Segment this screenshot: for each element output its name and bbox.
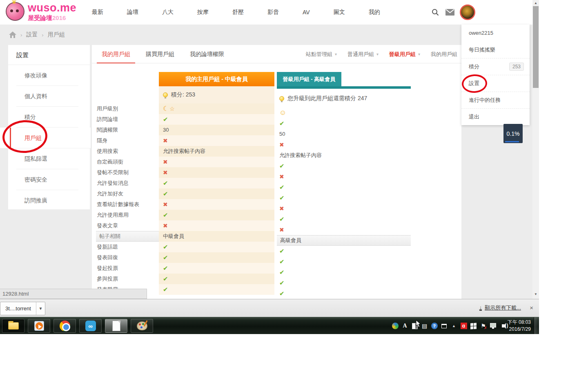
nav-item-圖文[interactable]: 圖文 [322,9,357,16]
download-item-caret-icon[interactable]: ▼ [36,302,45,315]
taskbar-app-media-player[interactable] [28,319,50,333]
permission-label: 發新話題 [96,242,159,252]
tab-購買用戶組[interactable]: 購買用戶組 [141,45,179,63]
search-icon[interactable] [431,8,439,16]
window-restore-icon[interactable] [441,323,448,330]
group-filter-link[interactable]: 站點管理組▾ [306,51,337,58]
group-filter-link[interactable]: 我的用戶組 [431,51,457,58]
nav-item-論壇[interactable]: 論壇 [115,9,150,16]
chevron-down-icon: ▾ [376,52,379,56]
check-icon: ✔ [163,188,168,199]
taskbar-app-blue-app[interactable]: ∞ [79,319,102,333]
ime-menu-icon[interactable]: ▤ [421,323,428,330]
home-icon[interactable] [9,31,16,38]
next-group-cell: ☺ [277,108,411,118]
cell-text: 允許搜索帖子內容 [279,150,322,161]
tab-bar: 我的用戶組購買用戶組我的論壇權限 站點管理組▾普通用戶組▾晉級用戶組▾我的用戶組 [92,45,461,63]
next-group-cell: ✔ [277,118,411,129]
sidebar-item[interactable]: 用戶組 [0,128,91,148]
sidebar-item[interactable]: 修改頭像 [8,65,90,86]
scroll-up-arrow-icon[interactable]: ▲ [532,0,539,6]
smiley-icon: ☺ [279,108,286,118]
permission-label: 允許加好友 [96,188,159,199]
permission-label: 允許發短消息 [96,178,159,188]
volume-icon[interactable] [499,323,506,330]
chrome-icon [60,321,70,331]
current-group-header: 我的主用戶組 - 中級會員 [159,72,274,86]
tab-我的論壇權限[interactable]: 我的論壇權限 [185,45,229,63]
cross-icon: ✖ [279,224,284,235]
sidebar-item[interactable]: 積分 [8,107,90,128]
logo-mascot-icon [6,2,24,21]
main-nav: 最新論壇八大按摩舒壓影音AV圖文我的 [80,0,392,25]
permission-label: 發起投票 [96,263,159,274]
taskbar-app-paint[interactable] [131,319,153,333]
show-desktop-button[interactable] [534,317,539,334]
ime-swirl-icon[interactable] [392,323,399,330]
user-menu-item-設置[interactable]: 設置 [461,75,530,92]
breadcrumb-settings[interactable]: 設置 [26,31,38,38]
credit-badge: 253 [509,63,524,71]
status-url-tooltip: 12928.html [0,289,147,299]
scroll-down-arrow-icon[interactable]: ▼ [532,291,539,297]
sidebar-item[interactable]: 訪問推廣 [8,190,90,211]
download-bar-close-icon[interactable]: × [530,304,533,311]
group-filter-link[interactable]: 晉級用戶組▾ [389,51,420,58]
nav-item-舒壓[interactable]: 舒壓 [220,9,256,16]
ime-letter-icon[interactable]: A [401,323,408,330]
taskbar-app-document[interactable] [105,319,127,333]
next-group-info: 您升級到此用戶組還需積分 247 [277,90,411,108]
browser-viewport: wuso.me 屋受論壇2016 最新論壇八大按摩舒壓影音AV圖文我的 › 設置… [0,0,539,299]
current-group-cell: ✖ [159,167,274,178]
tab-我的用戶組[interactable]: 我的用戶組 [97,45,135,63]
nav-item-最新[interactable]: 最新 [80,9,115,16]
nav-item-我的[interactable]: 我的 [357,9,392,16]
user-menu-item-退出[interactable]: 退出 [461,108,530,125]
explorer-icon [8,322,19,330]
site-logo[interactable]: wuso.me 屋受論壇2016 [6,2,76,21]
nav-item-八大[interactable]: 八大 [150,9,185,16]
user-menu-item-積分[interactable]: 積分253 [461,58,530,75]
download-item-name[interactable]: 3t....torrent [0,302,36,315]
next-group-cell: ✔ [277,161,411,171]
mail-icon[interactable] [445,9,454,17]
taskbar-clock[interactable]: 下午 08:03 2016/7/29 [508,319,531,333]
breadcrumb-usergroup[interactable]: 用戶組 [48,31,65,38]
vertical-scrollbar[interactable]: ▲ ▼ [532,0,539,299]
settings-sidebar: 設置 修改頭像個人資料積分用戶組隱私篩選密碼安全訪問推廣 [8,45,90,209]
nav-item-影音[interactable]: 影音 [256,9,291,16]
nav-item-AV[interactable]: AV [291,9,322,16]
user-avatar[interactable] [460,4,475,20]
hidden-icons-chevron[interactable]: ▲ [450,323,457,330]
download-item[interactable]: 3t....torrent ▼ [0,302,45,315]
help-icon[interactable]: ? [431,323,438,330]
ime-band-icon[interactable] [411,323,418,330]
permission-label: 隱身 [96,135,159,146]
user-menu-username[interactable]: owen2215 [461,25,530,41]
current-group-cell: ✔ [159,252,274,263]
sidebar-item[interactable]: 隱私篩選 [8,148,90,169]
next-group-cell: ✔ [277,182,411,193]
user-menu-item-進行中的任務[interactable]: 進行中的任務 [461,92,530,108]
sidebar-item[interactable]: 個人資料 [8,86,90,107]
permission-label: 訪問論壇 [96,114,159,125]
check-icon: ✔ [163,284,168,295]
sidebar-item[interactable]: 密碼安全 [8,169,90,190]
cross-icon: ✖ [163,220,168,231]
windows-flag-icon[interactable] [470,323,477,330]
nav-item-按摩[interactable]: 按摩 [185,9,220,16]
taskbar-app-chrome[interactable] [53,319,76,333]
group-filter-link[interactable]: 普通用戶組▾ [347,51,379,58]
antivirus-icon[interactable]: ɑ [460,323,467,330]
scroll-percent-tooltip: 0.1% [503,124,523,143]
network-icon[interactable] [490,323,497,330]
check-icon: ✔ [279,118,285,129]
user-menu-item-每日搖搖樂[interactable]: 每日搖搖樂 [461,41,530,58]
taskbar-app-explorer[interactable] [2,319,24,333]
permission-label: 閱讀權限 [96,125,159,135]
level-moon-star-icon: ☾☆ [163,103,175,114]
show-all-downloads-link[interactable]: ↓ 顯示所有下載... [479,304,521,312]
action-center-flag-icon[interactable]: ⚑ [480,323,487,330]
scrollbar-thumb[interactable] [533,6,539,88]
current-group-cell: ✔ [159,210,274,220]
